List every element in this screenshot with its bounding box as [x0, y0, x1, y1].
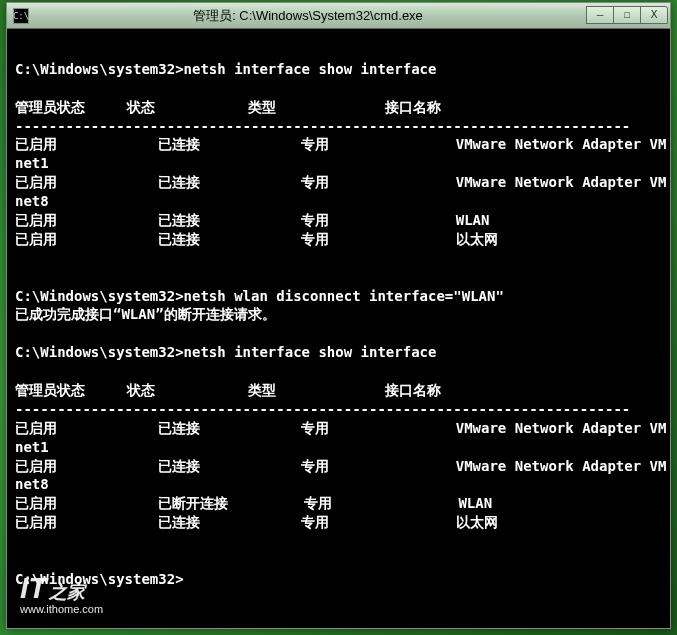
- terminal-line: 已启用 已断开连接 专用 WLAN: [15, 494, 662, 513]
- terminal-line: 已启用 已连接 专用 以太网: [15, 230, 662, 249]
- terminal-line: net8: [15, 192, 662, 211]
- terminal-line: 已启用 已连接 专用 VMware Network Adapter VM: [15, 419, 662, 438]
- terminal-line: 已启用 已连接 专用 WLAN: [15, 211, 662, 230]
- terminal-line: ----------------------------------------…: [15, 117, 662, 136]
- terminal-line: C:\Windows\system32>: [15, 570, 662, 589]
- titlebar[interactable]: C:\ 管理员: C:\Windows\System32\cmd.exe — ☐…: [7, 3, 670, 29]
- minimize-button[interactable]: —: [586, 6, 614, 24]
- terminal-line: [15, 532, 662, 551]
- terminal-line: C:\Windows\system32>netsh interface show…: [15, 60, 662, 79]
- terminal-line: 管理员状态 状态 类型 接口名称: [15, 381, 662, 400]
- terminal-line: [15, 551, 662, 570]
- terminal-line: 已启用 已连接 专用 以太网: [15, 513, 662, 532]
- terminal-line: 管理员状态 状态 类型 接口名称: [15, 98, 662, 117]
- terminal-line: C:\Windows\system32>netsh interface show…: [15, 343, 662, 362]
- terminal-line: net1: [15, 438, 662, 457]
- terminal-line: 已启用 已连接 专用 VMware Network Adapter VM: [15, 457, 662, 476]
- terminal-line: ----------------------------------------…: [15, 400, 662, 419]
- terminal-line: net1: [15, 154, 662, 173]
- app-icon-label: C:\: [13, 11, 29, 21]
- terminal-line: [15, 41, 662, 60]
- terminal-line: [15, 324, 662, 343]
- app-icon: C:\: [13, 8, 29, 24]
- terminal-line: 已成功完成接口“WLAN”的断开连接请求。: [15, 305, 662, 324]
- window-controls: — ☐ X: [587, 6, 668, 26]
- terminal-line: [15, 79, 662, 98]
- terminal-line: net8: [15, 475, 662, 494]
- terminal-line: [15, 268, 662, 287]
- maximize-button[interactable]: ☐: [613, 6, 641, 24]
- cmd-window: C:\ 管理员: C:\Windows\System32\cmd.exe — ☐…: [6, 2, 671, 629]
- close-button[interactable]: X: [640, 6, 668, 24]
- terminal-output[interactable]: C:\Windows\system32>netsh interface show…: [7, 29, 670, 628]
- window-title: 管理员: C:\Windows\System32\cmd.exe: [29, 7, 587, 25]
- terminal-line: 已启用 已连接 专用 VMware Network Adapter VM: [15, 135, 662, 154]
- terminal-line: [15, 362, 662, 381]
- terminal-line: [15, 249, 662, 268]
- terminal-line: 已启用 已连接 专用 VMware Network Adapter VM: [15, 173, 662, 192]
- terminal-line: C:\Windows\system32>netsh wlan disconnec…: [15, 287, 662, 306]
